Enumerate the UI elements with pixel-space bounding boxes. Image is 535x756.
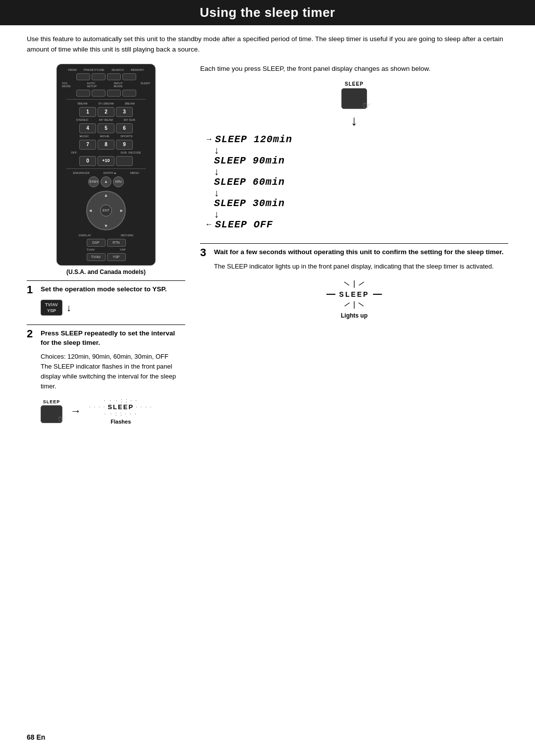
step1-header: 1 Set the operation mode selector to YSP… — [27, 280, 185, 296]
step3-header: 3 Wait for a few seconds without operati… — [200, 243, 508, 259]
right-col: Each time you press SLEEP, the front pan… — [200, 64, 508, 319]
remote-btn-9: 9 — [116, 140, 133, 150]
flashes-arrow: → — [70, 405, 81, 418]
remote-btn-search — [107, 73, 121, 80]
enhancer-labels: ENHANCER ENTRY▲ MENU — [73, 171, 139, 174]
remote-btn-8: 8 — [98, 140, 114, 150]
step2-body: Choices: 120min, 90min, 60min, 30min, OF… — [41, 352, 185, 392]
step2-header: 2 Press SLEEP repeatedly to set the inte… — [27, 324, 185, 348]
seq-text-120: SLEEP 120min — [215, 134, 292, 145]
remote-nav-down: ▼ — [104, 223, 108, 228]
sleep-btn-right: SLEEP ☞ ↓ — [200, 81, 508, 129]
sleep-lights-container: \ | / SLEEP / | — [315, 279, 394, 319]
remote-row-1 — [62, 73, 150, 80]
step2-title: Press SLEEP repeatedly to set the interv… — [41, 328, 185, 348]
sleep-flashing-text: SLEEP — [107, 403, 134, 411]
flashes-box: · · · : : · · · · · · SLEEP · · · · · · … — [89, 397, 153, 425]
remote-row-6: 0 +10 — [62, 156, 150, 166]
dash-left — [326, 294, 335, 295]
ysp-label: YSP — [47, 308, 56, 313]
sleep-display: \ | / SLEEP / | — [326, 279, 382, 309]
diag-top: \ | / — [346, 279, 362, 288]
remote-caption: (U.S.A. and Canada models) — [66, 269, 146, 275]
remote-btn-autosetup — [92, 90, 106, 97]
remote-row2-labels: VOL MODE AUTO SETUP INPUT MODE SLEEP — [62, 82, 150, 88]
remote-btn-inputmode — [107, 90, 121, 97]
remote-btn-enhancer: ENH — [88, 176, 99, 187]
step3-number: 3 — [200, 247, 214, 259]
remote-btn-3: 3 — [116, 107, 133, 117]
seq-text-30: SLEEP 30min — [214, 198, 285, 209]
remote-row-5: 7 8 9 — [62, 140, 150, 150]
sleep-lights-text: SLEEP — [339, 290, 370, 298]
seq-text-60: SLEEP 60min — [214, 176, 285, 188]
seq-row-90: SLEEP 90min — [214, 155, 508, 166]
remote-divider-1 — [66, 99, 146, 100]
remote-btn-menu: MN — [113, 176, 124, 187]
remote-row-2 — [62, 90, 150, 97]
seq-row-30: SLEEP 30min — [214, 198, 508, 209]
page-content: Use this feature to automatically set th… — [0, 25, 535, 453]
main-two-col: FMXM PRESET/TUNE SEARCH MEMORY VOL MODE … — [27, 64, 508, 434]
remote-btn-1: 1 — [79, 107, 96, 117]
dash-right — [373, 294, 382, 295]
step1-title: Set the operation mode selector to YSP. — [41, 284, 167, 294]
remote-btn-return: RTN — [107, 239, 126, 247]
music-labels: MUSIC MOVIE SPORTS — [79, 135, 132, 138]
display-labels: DISPLAY RETURN — [79, 234, 133, 237]
sleep-sequence: → SLEEP 120min ↓ SLEEP 90min ↓ SLEEP 60m… — [205, 134, 508, 230]
tvav-labels: TV/AV YSP — [87, 248, 126, 251]
beam-labels: 5BEAM 5T+3BEAM 3BEAM — [77, 102, 135, 105]
remote-btn-tvav: TV/AV — [87, 253, 106, 261]
off-labels: OFF SUR. DECODE — [71, 151, 141, 154]
remote-btn-sleep — [122, 90, 136, 97]
diag-bottom: / | \ — [346, 300, 362, 309]
flashes-middle-row: · · · · SLEEP · · · · — [89, 403, 153, 411]
each-time-text: Each time you press SLEEP, the front pan… — [200, 64, 508, 74]
left-col: FMXM PRESET/TUNE SEARCH MEMORY VOL MODE … — [27, 64, 185, 434]
remote-image: FMXM PRESET/TUNE SEARCH MEMORY VOL MODE … — [56, 64, 156, 266]
flashes-bottom-dots: · · : : · · · — [104, 411, 137, 417]
step1-section: 1 Set the operation mode selector to YSP… — [27, 280, 185, 316]
sleep-btn-right-label: SLEEP — [345, 81, 364, 87]
stereo-labels: STEREO MY BEAM MY SUR. — [76, 118, 136, 121]
step1-number: 1 — [27, 284, 41, 296]
remote-btn-enter: ENT — [100, 205, 112, 216]
step3-section: 3 Wait for a few seconds without operati… — [200, 243, 508, 319]
remote-row-tvav: TV/AV YSP — [62, 253, 150, 261]
remote-btn-4: 4 — [79, 123, 96, 133]
remote-btn-fmxm — [76, 73, 90, 80]
ysp-down-arrow: ↓ — [66, 302, 71, 314]
remote-row-3: 1 2 3 — [62, 107, 150, 117]
seq-arrow-off: ← — [205, 220, 213, 229]
remote-row-display: DSP RTN — [62, 239, 150, 247]
seq-down-2: ↓ — [214, 166, 508, 176]
seq-text-off: SLEEP OFF — [215, 219, 273, 230]
remote-btn-preset — [92, 73, 106, 80]
remote-btn-entry: ▲ — [101, 176, 111, 187]
seq-row-120: → SLEEP 120min — [205, 134, 508, 145]
step3-title: Wait for a few seconds without operating… — [214, 247, 504, 257]
remote-btn-2: 2 — [98, 107, 114, 117]
remote-divider-2 — [66, 168, 146, 169]
step2-line1: Choices: 120min, 90min, 60min, 30min, OF… — [41, 352, 185, 362]
seq-row-60: SLEEP 60min — [214, 176, 508, 188]
ysp-box: TV/AV YSP — [41, 300, 62, 316]
page-number: 68 En — [27, 733, 45, 741]
remote-btn-plus10: +10 — [98, 156, 114, 166]
remote-nav-ring: ENT ▲ ▼ ◄ ► — [86, 191, 126, 230]
sleep-center-row: SLEEP — [326, 290, 382, 298]
remote-btn-7: 7 — [79, 140, 96, 150]
page-header: Using the sleep timer — [0, 0, 535, 25]
step2-number: 2 — [27, 328, 41, 340]
seq-text-90: SLEEP 90min — [214, 155, 285, 166]
page-footer: 68 En — [27, 733, 45, 741]
step3-body: The SLEEP indicator lights up in the fro… — [214, 262, 508, 271]
down-arrow-seq: ↓ — [351, 113, 358, 129]
remote-btn-display: DSP — [87, 239, 106, 247]
tvav-label: TV/AV — [45, 302, 58, 307]
finger-icon: ☞ — [58, 414, 66, 425]
sleep-btn-label: SLEEP — [43, 399, 60, 404]
remote-row-enhancer: ENH ▲ MN — [62, 176, 150, 187]
seq-down-1: ↓ — [214, 145, 508, 155]
